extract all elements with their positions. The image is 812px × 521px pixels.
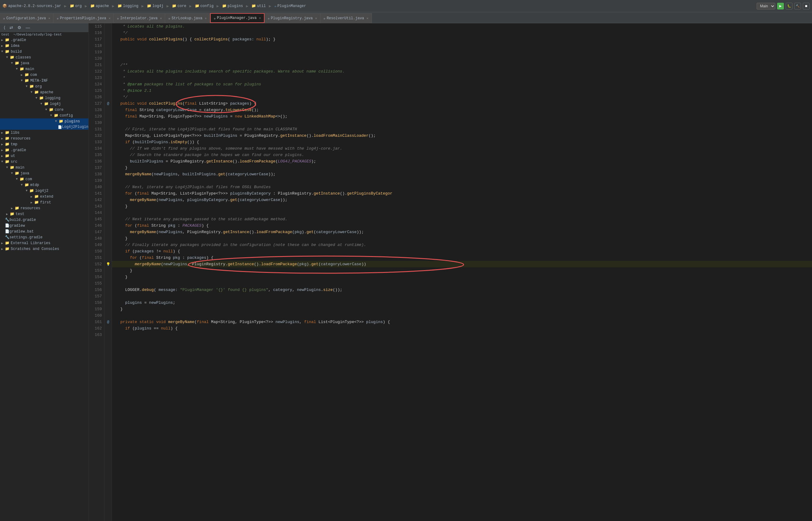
gradle-icon: 🔧 — [5, 218, 9, 222]
sidebar-item-config-tree[interactable]: ▼ 📁 config — [0, 113, 88, 118]
jar-label: 📦 apache-2.8.2-sources.jar — [2, 4, 61, 8]
sidebar-item-idea[interactable]: ▶ 📁 idea — [0, 43, 88, 49]
sidebar-item-resources-src[interactable]: ▶ 📁 resources — [0, 205, 88, 211]
run-button[interactable]: ▶ — [777, 3, 784, 9]
sidebar-item-gradlew[interactable]: 📄 gradlew — [0, 223, 88, 229]
line-120 — [112, 55, 812, 62]
sidebar-item-java-build[interactable]: ▼ 📁 java — [0, 60, 88, 66]
sidebar-item-test-src[interactable]: ▶ 📁 test — [0, 211, 88, 217]
tab-configuration[interactable]: ☕ Configuration.java ✕ — [0, 13, 53, 23]
sidebar-item-settings-gradle[interactable]: 🔧 settings.gradle — [0, 234, 88, 240]
sidebar-item-metainf[interactable]: ▼ 📁 META-INF — [0, 78, 88, 84]
sidebar-item-classes[interactable]: ▼ 📁 classes — [0, 54, 88, 60]
tab-close-configuration[interactable]: ✕ — [48, 17, 50, 20]
line-132: Map<String, List<PluginType<?>>> builtIn… — [112, 133, 812, 139]
minimize-button[interactable]: — — [24, 24, 31, 30]
sidebar-item-log4j[interactable]: ▼ 📁 log4j — [0, 101, 88, 107]
sidebar-item-build-gradle[interactable]: 🔧 build.gradle — [0, 217, 88, 223]
sidebar-item-scratches[interactable]: ▶ 📁 Scratches and Consoles — [0, 246, 88, 252]
tab-close-strlookup[interactable]: ✕ — [205, 17, 207, 20]
sidebar-item-log4j2[interactable]: ▼ 📁 log4j2 — [0, 188, 88, 194]
sidebar-item-resources[interactable]: ▶ 📁 resources — [0, 136, 88, 141]
settings-button[interactable]: ⚙ — [16, 24, 23, 30]
class-icon: ☕ — [274, 4, 277, 8]
line-143: } — [112, 203, 812, 209]
sidebar-item-first[interactable]: ▶ 📁 first — [0, 200, 88, 205]
sidebar-item-libs[interactable]: ▶ 📁 libs — [0, 130, 88, 136]
lightbulb-152[interactable]: 💡 — [105, 261, 112, 267]
folder-icon: 📁 — [15, 61, 19, 66]
bc-plugins[interactable]: 📁plugins — [222, 4, 243, 8]
folder-icon: 📁 — [5, 38, 9, 42]
tab-close-pluginregistry[interactable]: ✕ — [315, 17, 317, 20]
tab-strlookup[interactable]: ☕ StrLookup.java ✕ — [165, 13, 210, 23]
line-128: final String categoryLowerCase = categor… — [112, 107, 812, 113]
sidebar-item-main-src[interactable]: ▼ 📁 main — [0, 165, 88, 171]
sidebar-toolbar: ⟨ ⇄ ⚙ — — [0, 23, 88, 32]
sidebar-item-mtdp[interactable]: ▼ 📁 mtdp — [0, 182, 88, 188]
tab-interpolator[interactable]: ☕ Interpolator.java ✕ — [114, 13, 165, 23]
folder-icon: 📁 — [24, 183, 29, 187]
tab-close-interpolator[interactable]: ✕ — [160, 17, 162, 20]
bc-util[interactable]: 📁util — [251, 4, 266, 8]
sidebar-item-gradle[interactable]: ▶ 📁 .gradle — [0, 37, 88, 43]
folder-icon: 📁 — [5, 159, 9, 164]
folder-icon: 📁 — [10, 212, 15, 216]
line-131: // First, iterate the Log4j2Plugin.dat f… — [112, 126, 812, 133]
bc-logging[interactable]: 📁logging — [117, 4, 138, 8]
build-button[interactable]: 🔨 — [794, 3, 801, 9]
stop-button[interactable]: ⏹ — [803, 3, 810, 9]
run-config-dropdown[interactable]: Main — [757, 3, 775, 9]
tab-close-resolverutil[interactable]: ✕ — [367, 17, 369, 20]
folder-icon: 📁 — [29, 84, 34, 89]
tab-close-pluginmanager[interactable]: ✕ — [259, 16, 261, 20]
sidebar-item-ut[interactable]: ▶ 📁 ut — [0, 153, 88, 159]
editor-area: 115 116 117 118 119 120 121 122 123 124 … — [89, 23, 812, 521]
line-134: // If we didn't find any plugins above, … — [112, 145, 812, 152]
sidebar-item-java-src[interactable]: ▼ 📁 java — [0, 171, 88, 176]
bc-apache[interactable]: 📁apache — [90, 4, 109, 8]
sidebar-item-apache[interactable]: ▼ 📁 apache — [0, 89, 88, 95]
tab-pluginmanager[interactable]: ☕ PluginManager.java ✕ — [210, 13, 264, 23]
sidebar-item-log4j2plugin-file[interactable]: 📄 Log4j2Plugin — [0, 124, 88, 130]
sidebar-item-gradle2[interactable]: ▶ 📁 .gradle — [0, 147, 88, 153]
sidebar-item-build[interactable]: ▼ 📁 build — [0, 49, 88, 54]
tab-properties[interactable]: ☕ PropertiesPlugin.java ✕ — [53, 13, 114, 23]
line-152: mergeByName(newPlugins, PluginRegistry.g… — [112, 261, 812, 267]
debug-button[interactable]: 🐛 — [786, 3, 792, 9]
sidebar-item-plugins-tree[interactable]: ▼ 📁 plugins — [0, 118, 88, 124]
sidebar-item-extend[interactable]: ▶ 📁 extend — [0, 194, 88, 200]
sidebar-item-logging[interactable]: ▼ 📁 logging — [0, 95, 88, 101]
sidebar-item-src[interactable]: ▼ 📁 src — [0, 159, 88, 165]
breakpoint-127[interactable]: @ — [105, 100, 112, 107]
link-editor-button[interactable]: ⇄ — [8, 24, 15, 30]
sidebar-item-gradlew-bat[interactable]: 📄 gradlew.bat — [0, 229, 88, 234]
sidebar-item-core-tree[interactable]: ▼ 📁 core — [0, 107, 88, 113]
tab-close-properties[interactable]: ✕ — [109, 17, 110, 20]
sidebar-item-main-build[interactable]: ▼ 📁 main — [0, 66, 88, 72]
folder-icon: 📁 — [90, 4, 95, 8]
folder-icon: 📁 — [29, 188, 34, 193]
line-115: * Locates all the plugins. — [112, 23, 812, 30]
code-container: * Locates all the plugins. */ public voi… — [112, 23, 812, 521]
sidebar-item-external-libs[interactable]: ▶ 📁 External Libraries — [0, 240, 88, 246]
breakpoint-161[interactable]: @ — [105, 319, 112, 325]
bc-core[interactable]: 📁core — [172, 4, 186, 8]
line-126: */ — [112, 94, 812, 100]
sidebar-item-com-build[interactable]: ▶ 📁 com — [0, 72, 88, 78]
bc-log4j[interactable]: 📁log4j — [147, 4, 163, 8]
tab-resolverutil[interactable]: ☕ ResolverUtil.java ✕ — [321, 13, 372, 23]
tab-pluginregistry[interactable]: ☕ PluginRegistry.java ✕ — [264, 13, 320, 23]
bc-pluginmanager[interactable]: ☕ PluginManager — [274, 4, 306, 8]
sidebar-item-org[interactable]: ▼ 📁 org — [0, 84, 88, 89]
bc-config[interactable]: 📁config — [195, 4, 213, 8]
sidebar-item-tmp[interactable]: ▶ 📁 tmp — [0, 141, 88, 147]
line-151: for (final String pkg : packages) { — [112, 254, 812, 261]
collapse-all-button[interactable]: ⟨ — [2, 24, 6, 30]
folder-icon: 📁 — [222, 4, 227, 8]
folder-icon: 📁 — [195, 4, 200, 8]
sidebar-item-com-src[interactable]: ▼ 📁 com — [0, 176, 88, 182]
bc-org[interactable]: 📁org — [70, 4, 82, 8]
folder-icon: 📁 — [20, 67, 24, 71]
folder-icon: 📁 — [10, 55, 15, 60]
